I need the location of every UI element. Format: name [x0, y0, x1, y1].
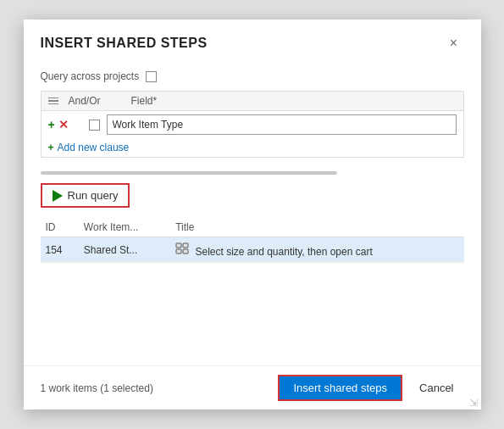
separator-bar	[41, 171, 337, 175]
play-icon	[53, 190, 63, 202]
filter-table: And/Or Field* + ✕ + Add new clause	[41, 91, 464, 158]
query-across-label: Query across projects	[41, 70, 140, 82]
remove-filter-icon[interactable]: ✕	[58, 118, 69, 131]
dialog-header: INSERT SHARED STEPS ×	[24, 20, 481, 62]
field-value-input[interactable]	[107, 114, 457, 135]
col-work-item: Work Item...	[79, 218, 170, 237]
filter-row-checkbox[interactable]	[89, 120, 100, 131]
resize-handle[interactable]: ⇲	[469, 398, 478, 408]
dialog-footer: 1 work items (1 selected) Insert shared …	[24, 365, 481, 410]
filter-header-row: And/Or Field*	[42, 92, 463, 111]
add-clause-plus-icon: +	[48, 142, 54, 153]
footer-buttons: Insert shared steps Cancel	[278, 375, 463, 401]
svg-rect-2	[176, 249, 181, 254]
add-filter-icon[interactable]: +	[48, 118, 55, 131]
filter-data-row: + ✕	[42, 111, 463, 138]
cancel-button[interactable]: Cancel	[409, 376, 463, 399]
field-col-header: Field*	[131, 95, 457, 107]
query-across-row: Query across projects	[41, 70, 464, 82]
result-title-text: Select size and quantity, then open cart	[195, 246, 372, 258]
insert-shared-steps-dialog: INSERT SHARED STEPS × Query across proje…	[24, 20, 481, 410]
results-table: ID Work Item... Title 154 Shared St...	[41, 218, 464, 263]
insert-shared-steps-button[interactable]: Insert shared steps	[278, 375, 402, 401]
filter-actions: + ✕	[48, 118, 82, 131]
svg-rect-3	[183, 249, 188, 254]
footer-status: 1 work items (1 selected)	[41, 382, 153, 394]
run-query-button[interactable]: Run query	[41, 183, 130, 208]
dialog-body: Query across projects And/Or Field* + ✕	[24, 62, 481, 365]
close-button[interactable]: ×	[444, 33, 464, 53]
cell-title: Select size and quantity, then open cart	[170, 237, 463, 263]
run-query-label: Run query	[68, 189, 119, 202]
cell-id: 154	[41, 237, 79, 263]
col-title: Title	[170, 218, 463, 237]
cell-work-item-type: Shared St...	[79, 237, 170, 263]
svg-rect-1	[183, 243, 188, 248]
results-header-row: ID Work Item... Title	[41, 218, 464, 237]
and-or-col-header: And/Or	[48, 95, 125, 107]
menu-lines-icon	[48, 95, 60, 107]
add-clause-row[interactable]: + Add new clause	[42, 138, 463, 157]
table-row[interactable]: 154 Shared St... Select size	[41, 237, 464, 263]
add-clause-label: Add new clause	[58, 142, 130, 153]
work-item-icon	[175, 242, 189, 255]
svg-rect-0	[176, 243, 181, 248]
dialog-title: INSERT SHARED STEPS	[41, 36, 208, 51]
col-id: ID	[41, 218, 79, 237]
query-across-checkbox[interactable]	[146, 71, 157, 82]
